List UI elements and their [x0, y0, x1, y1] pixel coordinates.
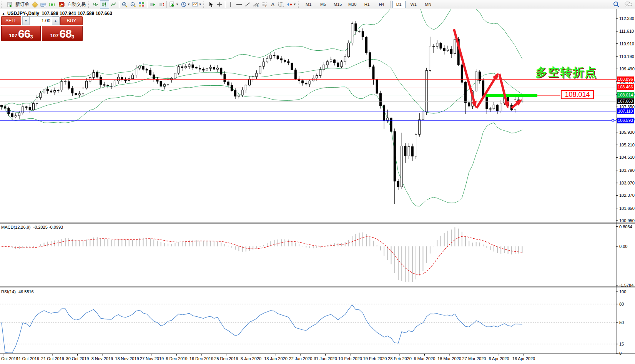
bar-chart-icon[interactable] — [91, 1, 100, 8]
timeframe-m15[interactable]: M15 — [331, 1, 344, 8]
timeframe-h4[interactable]: H4 — [375, 1, 388, 8]
cursor-icon[interactable] — [207, 1, 215, 8]
toolbar-separator — [166, 1, 167, 8]
date-label: 6 Apr 2020 — [489, 356, 509, 361]
rsi-indicator-label: RSI(14) 46.5516 — [1, 289, 34, 294]
svg-text:E: E — [257, 4, 259, 7]
autotrading-button[interactable]: 自动交易 — [56, 1, 87, 8]
svg-text:0.8034: 0.8034 — [619, 224, 632, 229]
sell-price-button[interactable]: 107663 — [1, 26, 41, 41]
equidistant-channel-icon[interactable]: E — [252, 1, 260, 8]
svg-text:103.790: 103.790 — [619, 168, 635, 173]
profiles-dropdown-icon[interactable]: ▼ — [187, 3, 190, 6]
volume-increase-button[interactable]: ▲ — [52, 17, 59, 25]
date-label: Oct 2019 — [1, 356, 18, 361]
arrows-dropdown-icon[interactable]: ▼ — [293, 3, 296, 6]
sell-button[interactable]: SELL — [1, 16, 21, 25]
indicators-dropdown-icon[interactable]: ▼ — [199, 3, 202, 6]
chat-icon[interactable] — [624, 1, 633, 8]
svg-text:100: 100 — [619, 289, 626, 294]
toolbar-separator — [390, 1, 391, 8]
chart-ohlc-values: 107.688 107.941 107.589 107.663 — [42, 11, 112, 16]
autotrading-icon — [58, 1, 66, 8]
date-label: 21 Oct 2019 — [41, 356, 64, 361]
svg-text:110.190: 110.190 — [619, 54, 634, 59]
vertical-line-icon[interactable] — [226, 1, 235, 8]
new-order-label: 新订单 — [15, 1, 29, 8]
new-order-button[interactable]: 新订单 — [4, 1, 31, 8]
svg-text:111.610: 111.610 — [619, 29, 634, 33]
chart-caret-icon: ▲ — [2, 12, 5, 15]
date-label: 25 Dec 2019 — [214, 356, 238, 361]
new-chart-dropdown-icon[interactable]: ▼ — [176, 3, 179, 6]
volume-decrease-button[interactable]: ▼ — [22, 17, 30, 25]
tile-windows-icon[interactable] — [137, 1, 146, 8]
turning-point-annotation: 多空转折点 — [535, 65, 597, 80]
rsi-name: RSI(14) — [1, 289, 16, 294]
sell-price-pip: 3 — [30, 34, 33, 40]
timeframe-d1[interactable]: D1 — [392, 1, 406, 8]
timeframe-m30[interactable]: M30 — [346, 1, 359, 8]
chart-shift-icon[interactable] — [157, 1, 165, 8]
buy-button[interactable]: BUY — [60, 16, 83, 25]
date-label: 16 Apr 2020 — [512, 356, 535, 361]
svg-text:104.510: 104.510 — [619, 155, 635, 160]
fibonacci-icon[interactable]: F — [260, 1, 269, 8]
date-label: 3 Jan 2020 — [241, 356, 261, 361]
search-icon[interactable] — [612, 1, 620, 8]
sell-price-base: 107 — [9, 32, 17, 40]
timeframe-mn[interactable]: MN — [422, 1, 435, 8]
timeframe-group: M1M5M15M30H1H4D1W1MN — [301, 1, 436, 8]
mt4-window: 新订单 自动交易 — [0, 0, 635, 364]
profiles-clock-icon[interactable] — [180, 1, 188, 8]
svg-text:105.930: 105.930 — [619, 130, 635, 135]
time-axis[interactable]: Oct 201911 Oct 201921 Oct 201930 Oct 201… — [0, 355, 635, 364]
price-badge-106.593: 106.593 — [617, 118, 634, 123]
auto-scroll-icon[interactable] — [148, 1, 157, 8]
svg-text:15: 15 — [619, 342, 624, 346]
indicators-icon[interactable] — [191, 1, 199, 8]
volume-stepper: ▼ ▲ — [22, 16, 60, 25]
timeframe-m5[interactable]: M5 — [317, 1, 330, 8]
toolbar-grip — [88, 2, 91, 8]
timeframe-w1[interactable]: W1 — [407, 1, 420, 8]
timeframe-m1[interactable]: M1 — [302, 1, 315, 8]
chart-canvas[interactable]: 112.330111.610110.910110.190109.490108.7… — [0, 0, 635, 364]
date-label: 8 Nov 2019 — [91, 356, 113, 361]
new-order-icon — [6, 1, 14, 8]
navigator-icon[interactable] — [39, 1, 48, 8]
zoom-in-icon[interactable] — [120, 1, 129, 8]
svg-text:102.370: 102.370 — [619, 193, 635, 198]
timeframe-h1[interactable]: H1 — [361, 1, 374, 8]
arrows-tool-icon[interactable] — [286, 1, 294, 8]
horizontal-line-icon[interactable] — [235, 1, 243, 8]
date-label: 9 Mar 2020 — [414, 356, 436, 361]
date-label: 28 Feb 2020 — [388, 356, 412, 361]
price-level-label: 108.014 — [561, 90, 594, 99]
text-label-icon[interactable]: T — [277, 1, 286, 8]
new-chart-icon[interactable] — [168, 1, 176, 8]
zoom-out-icon[interactable] — [129, 1, 137, 8]
chart-title: ▲ USDJPY-,Daily 107.688 107.941 107.589 … — [2, 11, 112, 16]
date-label: 31 Jan 2020 — [314, 356, 337, 361]
text-icon[interactable]: A — [269, 1, 277, 8]
date-label: 6 Dec 2019 — [166, 356, 187, 361]
macd-values: -0.2025 -0.0993 — [33, 225, 63, 229]
date-label: 10 Feb 2020 — [338, 356, 362, 361]
volume-input[interactable] — [30, 17, 52, 25]
buy-price-button[interactable]: 107683 — [42, 26, 83, 41]
date-label: 18 Nov 2019 — [115, 356, 139, 361]
data-window-icon[interactable] — [31, 1, 39, 8]
line-chart-icon[interactable] — [109, 1, 118, 8]
date-label: 11 Oct 2019 — [17, 356, 39, 361]
crosshair-icon[interactable] — [215, 1, 224, 8]
buy-price-big: 68 — [60, 28, 71, 40]
chart-symbol-period: USDJPY-,Daily — [7, 11, 39, 16]
toolbar-separator — [225, 1, 225, 8]
toolbar-right-group — [612, 1, 633, 8]
buy-price-base: 107 — [50, 32, 59, 40]
trendline-icon[interactable] — [243, 1, 252, 8]
signal-icon[interactable] — [48, 1, 56, 8]
candlestick-chart-icon[interactable] — [100, 0, 109, 9]
svg-text:0.00: 0.00 — [619, 244, 627, 249]
